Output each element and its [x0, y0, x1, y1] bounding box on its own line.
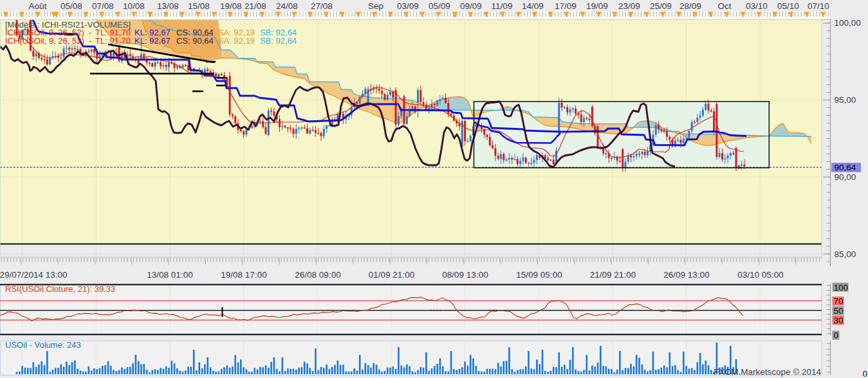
svg-text:21/08: 21/08	[245, 1, 266, 11]
svg-text:07/08: 07/08	[92, 1, 114, 11]
svg-text:CS: 90,64: CS: 90,64	[176, 36, 214, 46]
svg-text:05/09: 05/09	[429, 1, 450, 11]
svg-text:21/09 21:00: 21/09 21:00	[590, 270, 636, 280]
svg-text:FXCM.Marketscope © 2014: FXCM.Marketscope © 2014	[714, 367, 821, 377]
svg-text:RSI(USOil.Cloture, 21): 39,33: RSI(USOil.Cloture, 21): 39,33	[5, 284, 115, 294]
svg-text:13/08: 13/08	[157, 1, 179, 11]
svg-text:ICH(USOil, 9, 26, 52) -: ICH(USOil, 9, 26, 52) -	[5, 36, 91, 46]
svg-text:SB: 92,64: SB: 92,64	[260, 36, 297, 46]
svg-text:Oct: Oct	[717, 1, 731, 11]
svg-text:10/08: 10/08	[123, 1, 145, 11]
svg-text:19/09: 19/09	[586, 1, 608, 11]
svg-text:13/08 01:00: 13/08 01:00	[147, 270, 192, 280]
svg-text:0: 0	[834, 330, 839, 340]
svg-text:24/08: 24/08	[276, 1, 298, 11]
svg-text:03/10: 03/10	[746, 1, 768, 11]
svg-text:0: 0	[863, 369, 868, 378]
svg-text:26/09 13:00: 26/09 13:00	[663, 270, 709, 280]
svg-text:03/10 05:00: 03/10 05:00	[737, 270, 783, 280]
svg-text:50: 50	[834, 306, 844, 316]
svg-text:TL: 91,70: TL: 91,70	[95, 36, 131, 46]
svg-text:09/09: 09/09	[460, 1, 482, 11]
svg-text:08/09 13:00: 08/09 13:00	[442, 270, 488, 280]
svg-text:28/09: 28/09	[679, 1, 701, 11]
svg-text:Sep: Sep	[368, 1, 383, 11]
svg-text:07/10: 07/10	[808, 1, 829, 11]
svg-text:01/09 21:00: 01/09 21:00	[369, 270, 414, 280]
svg-text:USOil - Volume: 243: USOil - Volume: 243	[5, 340, 81, 350]
svg-text:26/08 09:00: 26/08 09:00	[295, 270, 340, 280]
svg-text:27/08: 27/08	[311, 1, 333, 11]
svg-text:17/09: 17/09	[555, 1, 577, 11]
svg-text:90,00: 90,00	[835, 172, 856, 182]
svg-text:11/09: 11/09	[492, 1, 513, 11]
svg-text:100,00: 100,00	[835, 18, 861, 28]
svg-text:Août: Août	[29, 1, 47, 11]
svg-text:95,00: 95,00	[835, 95, 856, 105]
svg-text:85,00: 85,00	[835, 249, 856, 259]
svg-text:15/09 05:00: 15/09 05:00	[516, 270, 562, 280]
svg-text:70: 70	[834, 296, 844, 306]
svg-text:05/10: 05/10	[777, 1, 799, 11]
svg-text:29/07/2014 13:00: 29/07/2014 13:00	[0, 270, 68, 280]
svg-text:KL: 92,67: KL: 92,67	[134, 36, 171, 46]
svg-text:14/09: 14/09	[522, 1, 544, 11]
svg-text:19/08 17:00: 19/08 17:00	[221, 270, 266, 280]
svg-text:90,64: 90,64	[835, 163, 856, 172]
svg-text:03/09: 03/09	[397, 1, 419, 11]
svg-text:19/08: 19/08	[220, 1, 242, 11]
svg-text:15/08: 15/08	[188, 1, 210, 11]
svg-text:100: 100	[834, 283, 849, 292]
svg-text:SA: 92,19: SA: 92,19	[218, 36, 255, 46]
svg-text:25/09: 25/09	[650, 1, 672, 11]
svg-text:30: 30	[834, 316, 844, 325]
svg-text:23/09: 23/09	[618, 1, 640, 11]
svg-text:05/08: 05/08	[60, 1, 82, 11]
